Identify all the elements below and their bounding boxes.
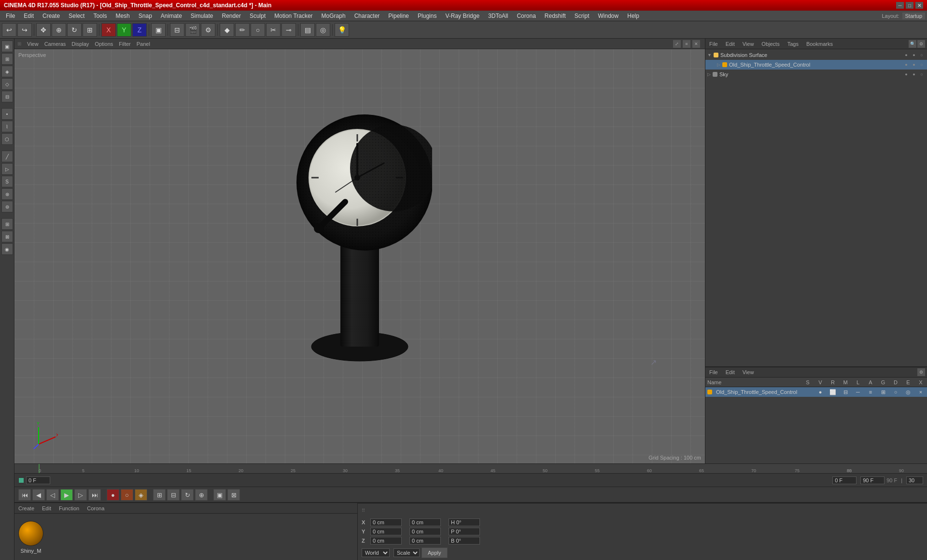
- viewport-canvas[interactable]: Perspective: [14, 49, 705, 463]
- coord-z-rot[interactable]: [409, 537, 441, 545]
- knife-btn[interactable]: ✂: [266, 23, 281, 37]
- model-mode-btn[interactable]: ▣: [1, 41, 13, 52]
- record-pos-btn[interactable]: ○: [121, 489, 133, 501]
- coord-y-pos[interactable]: [370, 528, 402, 535]
- menu-plugins[interactable]: Plugins: [414, 12, 440, 20]
- render-settings-btn[interactable]: ⚙: [201, 23, 215, 37]
- viewport-tab-options[interactable]: Options: [95, 41, 113, 47]
- paint-btn[interactable]: ✏: [235, 23, 250, 37]
- render-to-picture-btn[interactable]: 🎬: [185, 23, 200, 37]
- attr-a-throttle[interactable]: ≡: [866, 389, 875, 395]
- menu-mograph[interactable]: MoGraph: [318, 12, 350, 20]
- coord-x-rot[interactable]: [409, 518, 441, 526]
- z-axis-btn[interactable]: Z: [132, 23, 147, 37]
- viewport-expand-icon[interactable]: ⤢: [673, 40, 681, 48]
- menu-corona[interactable]: Corona: [513, 12, 539, 20]
- attr-row-throttle[interactable]: Old_Ship_Throttle_Speed_Control ● ⬜ ⊟ ─ …: [705, 387, 927, 397]
- smooth-btn[interactable]: ○: [251, 23, 265, 37]
- render-region-btn[interactable]: ⊟: [170, 23, 184, 37]
- body-paint-btn[interactable]: ◈: [1, 66, 13, 77]
- attr-header-file[interactable]: File: [707, 369, 720, 375]
- menu-vray-bridge[interactable]: V-Ray Bridge: [441, 12, 483, 20]
- record-rot-btn[interactable]: ◈: [135, 489, 147, 501]
- menu-help[interactable]: Help: [623, 12, 643, 20]
- coord-system-dropdown[interactable]: World Object Global: [362, 548, 390, 557]
- minimize-button[interactable]: ─: [896, 2, 904, 9]
- key-pos-btn[interactable]: ⊟: [167, 489, 180, 501]
- step-forward-btn[interactable]: ▷: [74, 489, 87, 501]
- menu-file[interactable]: File: [2, 12, 19, 20]
- obj-eye-throttle[interactable]: ●: [903, 61, 910, 68]
- materials-btn[interactable]: ◆: [220, 23, 234, 37]
- start-frame-field[interactable]: [26, 476, 50, 484]
- viewport-tab-display[interactable]: Display: [71, 41, 89, 47]
- viewport-tab-cameras[interactable]: Cameras: [44, 41, 66, 47]
- point-mode-btn[interactable]: •: [1, 108, 13, 120]
- undo-button[interactable]: ↩: [2, 23, 16, 37]
- coord-y-rot[interactable]: [409, 528, 441, 535]
- polygon-pen-btn[interactable]: ▤: [300, 23, 315, 37]
- menu-tools[interactable]: Tools: [89, 12, 111, 20]
- obj-lock-subdivision[interactable]: ○: [918, 52, 925, 58]
- attr-l-throttle[interactable]: ─: [854, 389, 862, 395]
- layer-btn[interactable]: ⊠: [1, 231, 13, 242]
- obj-lock-throttle[interactable]: ○: [918, 61, 925, 68]
- obj-row-sky[interactable]: ▷ Sky ● ● ○: [705, 70, 927, 79]
- play-forward-btn[interactable]: ▶: [60, 489, 73, 501]
- play-back-btn[interactable]: ◁: [46, 489, 59, 501]
- coord-y-size[interactable]: [449, 528, 480, 535]
- attr-s-throttle[interactable]: ●: [816, 389, 825, 395]
- coord-x-size[interactable]: [449, 518, 480, 526]
- attr-m-throttle[interactable]: ⊟: [841, 389, 850, 395]
- apply-button[interactable]: Apply: [421, 547, 448, 558]
- end-frame-field[interactable]: [860, 476, 885, 484]
- grid-btn[interactable]: ⊞: [1, 218, 13, 230]
- current-frame-field[interactable]: [832, 476, 857, 484]
- key-rot-btn[interactable]: ↻: [181, 489, 194, 501]
- record-btn[interactable]: ●: [107, 489, 119, 501]
- goto-end-btn[interactable]: ⏭: [88, 489, 101, 501]
- object-mode-btn[interactable]: ▣: [151, 23, 166, 37]
- maximize-button[interactable]: □: [906, 2, 913, 9]
- menu-redshift[interactable]: Redshift: [541, 12, 570, 20]
- menu-snap[interactable]: Snap: [135, 12, 156, 20]
- key-scale-btn[interactable]: ⊕: [195, 489, 208, 501]
- key-all-btn[interactable]: ⊞: [153, 489, 166, 501]
- texture-mode-btn[interactable]: ⊞: [1, 53, 13, 65]
- obj-lock-sky[interactable]: ○: [918, 71, 925, 78]
- obj-row-subdivision[interactable]: ▼ Subdivision Surface ● ● ○: [705, 50, 927, 60]
- poly-mode-btn[interactable]: ⬡: [1, 133, 13, 145]
- menu-edit[interactable]: Edit: [20, 12, 38, 20]
- attr-header-view[interactable]: View: [741, 369, 756, 375]
- menu-select[interactable]: Select: [65, 12, 88, 20]
- obj-settings-icon[interactable]: ⚙: [917, 40, 925, 48]
- attr-r-throttle[interactable]: ⬜: [829, 389, 837, 395]
- obj-eye-subdivision[interactable]: ●: [903, 52, 910, 58]
- obj-eye-sky[interactable]: ●: [903, 71, 910, 78]
- obj-vis-throttle[interactable]: ●: [911, 61, 917, 68]
- scale-mode-dropdown[interactable]: Scale Size: [393, 548, 420, 557]
- menu-window[interactable]: Window: [594, 12, 623, 20]
- menu-render[interactable]: Render: [218, 12, 245, 20]
- render-btn-side[interactable]: ◉: [1, 243, 13, 255]
- autokey-btn[interactable]: ▣: [213, 489, 226, 501]
- obj-search-icon[interactable]: 🔍: [909, 40, 916, 48]
- step-back-btn[interactable]: ◀: [32, 489, 45, 501]
- viewport-tab-filter[interactable]: Filter: [119, 41, 130, 47]
- menu-animate[interactable]: Animate: [157, 12, 186, 20]
- attr-header-edit[interactable]: Edit: [724, 369, 737, 375]
- obj-header-edit[interactable]: Edit: [724, 41, 737, 47]
- menu-mesh[interactable]: Mesh: [112, 12, 133, 20]
- obj-header-view[interactable]: View: [741, 41, 756, 47]
- menu-sculpt[interactable]: Sculpt: [246, 12, 269, 20]
- line-tool-btn[interactable]: ╱: [1, 151, 13, 162]
- mat-tab-corona[interactable]: Corona: [85, 505, 106, 511]
- transform-tool[interactable]: ⊞: [83, 23, 97, 37]
- menu-3dtoall[interactable]: 3DToAll: [484, 12, 512, 20]
- attr-x-throttle[interactable]: ×: [916, 389, 925, 395]
- magnet-btn[interactable]: ⊸: [281, 23, 296, 37]
- scale-tool[interactable]: ⊕: [52, 23, 66, 37]
- coord-x-pos[interactable]: [370, 518, 402, 526]
- spline-tool-btn[interactable]: S: [1, 176, 13, 187]
- attr-e-throttle[interactable]: ◎: [904, 389, 913, 395]
